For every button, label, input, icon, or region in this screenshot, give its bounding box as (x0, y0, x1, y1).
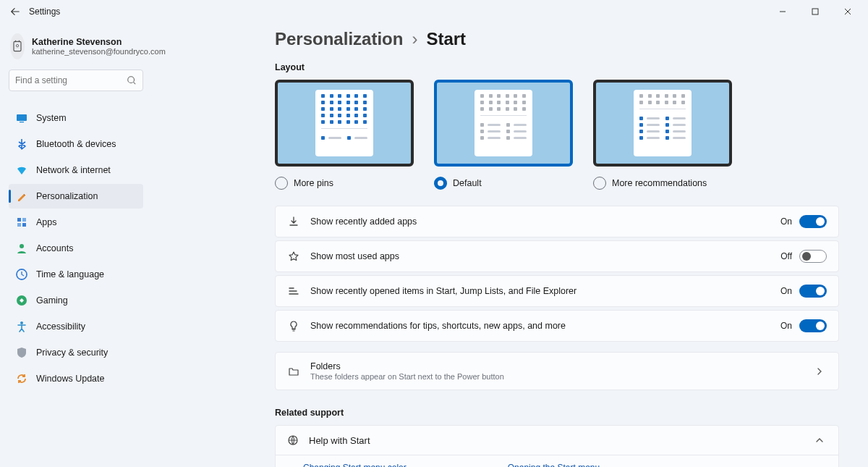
maximize-button[interactable] (799, 1, 831, 22)
accounts-icon (16, 243, 27, 254)
radio-default[interactable] (434, 177, 447, 190)
setting-label: Show recommendations for tips, shortcuts… (310, 321, 770, 331)
maximize-icon (812, 8, 819, 15)
layout-preview-more-pins (275, 80, 414, 167)
profile-block[interactable]: Katherine Stevenson katherine_stevenson@… (9, 29, 143, 70)
svg-rect-7 (22, 218, 26, 222)
svg-point-10 (20, 244, 24, 248)
nav-bluetooth[interactable]: Bluetooth & devices (9, 132, 143, 156)
sidebar: Katherine Stevenson katherine_stevenson@… (0, 23, 152, 467)
nav-time[interactable]: Time & language (9, 262, 143, 287)
help-link-open[interactable]: Opening the Start menu (508, 463, 600, 467)
layout-option-more-recs[interactable]: More recommendations (593, 80, 732, 190)
nav-label: System (36, 113, 67, 123)
profile-name: Katherine Stevenson (32, 37, 166, 47)
svg-rect-1 (14, 41, 21, 51)
search-icon (127, 75, 137, 85)
svg-rect-0 (812, 9, 818, 14)
minimize-button[interactable] (766, 1, 799, 22)
toggle-most-used[interactable] (799, 250, 827, 263)
radio-more-recs[interactable] (593, 177, 606, 190)
radio-label: More recommendations (612, 178, 707, 188)
nav-network[interactable]: Network & internet (9, 158, 143, 182)
help-title: Help with Start (309, 435, 370, 446)
section-label-related: Related support (275, 408, 839, 418)
nav-label: Accessibility (36, 321, 85, 332)
setting-recently-added: Show recently added apps On (275, 206, 839, 237)
avatar (10, 33, 25, 59)
setting-label: Show recently opened items in Start, Jum… (310, 286, 770, 296)
nav-accounts[interactable]: Accounts (9, 236, 143, 261)
nav-label: Windows Update (36, 374, 105, 384)
chevron-right-icon: › (412, 29, 417, 49)
radio-more-pins[interactable] (275, 177, 288, 190)
nav-label: Gaming (36, 295, 68, 306)
nav-list: System Bluetooth & devices Network & int… (9, 106, 143, 391)
folders-title: Folders (310, 361, 802, 371)
layout-options: More pins (275, 80, 839, 190)
download-icon (287, 215, 300, 228)
nav-accessibility[interactable]: Accessibility (9, 314, 143, 339)
nav-personalization[interactable]: Personalization (9, 184, 143, 209)
folders-sub: These folders appear on Start next to th… (310, 372, 802, 381)
section-label-layout: Layout (275, 62, 839, 72)
breadcrumb-parent[interactable]: Personalization (275, 29, 403, 49)
nav-apps[interactable]: Apps (9, 210, 143, 235)
bluetooth-icon (16, 138, 27, 150)
setting-most-used: Show most used apps Off (275, 240, 839, 272)
back-button[interactable] (4, 1, 26, 22)
layout-option-default[interactable]: Default (434, 80, 573, 190)
svg-point-2 (16, 45, 18, 47)
personalization-icon (16, 190, 27, 202)
lightbulb-icon (287, 319, 300, 332)
nav-label: Personalization (36, 191, 98, 201)
nav-label: Bluetooth & devices (36, 139, 116, 149)
toggle-state: Off (780, 251, 792, 261)
svg-rect-5 (20, 122, 24, 122)
toggle-state: On (780, 286, 792, 296)
update-icon (16, 373, 27, 384)
profile-email: katherine_stevenson@foundryco.com (32, 47, 166, 56)
apps-icon (16, 216, 27, 228)
toggle-state: On (780, 321, 792, 331)
help-with-start[interactable]: Help with Start (276, 426, 838, 455)
toggle-state: On (780, 216, 792, 227)
toggle-recently-added[interactable] (799, 215, 827, 228)
nav-privacy[interactable]: Privacy & security (9, 340, 143, 365)
radio-label: Default (453, 178, 482, 188)
avatar-icon (10, 39, 25, 54)
svg-point-14 (20, 321, 23, 324)
system-icon (16, 112, 27, 124)
setting-label: Show most used apps (310, 251, 770, 261)
toggle-recently-opened[interactable] (799, 285, 827, 298)
svg-point-3 (128, 77, 135, 83)
network-icon (16, 164, 27, 176)
help-link-color[interactable]: Changing Start menu color (303, 463, 407, 467)
help-links: Changing Start menu color Opening the St… (276, 455, 838, 467)
radio-label: More pins (294, 178, 333, 188)
toggle-recommendations[interactable] (799, 319, 827, 332)
setting-folders[interactable]: Folders These folders appear on Start ne… (275, 352, 839, 390)
nav-label: Privacy & security (36, 348, 108, 358)
layout-preview-more-recs (593, 80, 732, 167)
search-input[interactable] (15, 75, 127, 85)
nav-label: Time & language (36, 269, 104, 279)
arrow-left-icon (10, 7, 20, 17)
search-box[interactable] (9, 70, 143, 91)
close-button[interactable] (831, 1, 864, 22)
svg-rect-9 (22, 223, 26, 227)
folder-icon (287, 365, 300, 378)
layout-option-more-pins[interactable]: More pins (275, 80, 414, 190)
window-title: Settings (29, 7, 60, 17)
nav-update[interactable]: Windows Update (9, 366, 143, 391)
svg-rect-6 (17, 218, 21, 222)
nav-label: Apps (36, 217, 57, 227)
close-icon (844, 8, 851, 15)
nav-gaming[interactable]: Gaming (9, 288, 143, 313)
layout-preview-default (434, 80, 573, 167)
help-block: Help with Start Changing Start menu colo… (275, 425, 839, 467)
chevron-up-icon (812, 437, 827, 444)
nav-system[interactable]: System (9, 106, 143, 130)
breadcrumb: Personalization › Start (275, 29, 839, 49)
main-content: Personalization › Start Layout (152, 23, 868, 467)
